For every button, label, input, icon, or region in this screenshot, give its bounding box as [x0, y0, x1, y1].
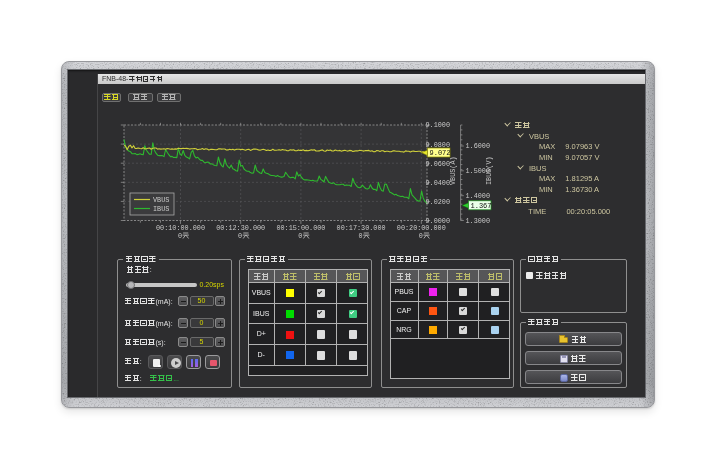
svg-text:0: 0	[419, 232, 423, 240]
svg-text:0: 0	[359, 232, 363, 240]
svg-text:00:12:30.000: 00:12:30.000	[216, 224, 265, 232]
svg-text:00:17:30.000: 00:17:30.000	[337, 224, 386, 232]
svg-text:00:10:00.000: 00:10:00.000	[156, 224, 205, 232]
svg-text:9.0000: 9.0000	[426, 217, 450, 225]
svg-text:1.3000: 1.3000	[466, 217, 490, 225]
svg-text:0: 0	[298, 232, 302, 240]
svg-text:0: 0	[238, 232, 242, 240]
svg-text:00:15:00.000: 00:15:00.000	[276, 224, 325, 232]
svg-text:0: 0	[178, 232, 182, 240]
